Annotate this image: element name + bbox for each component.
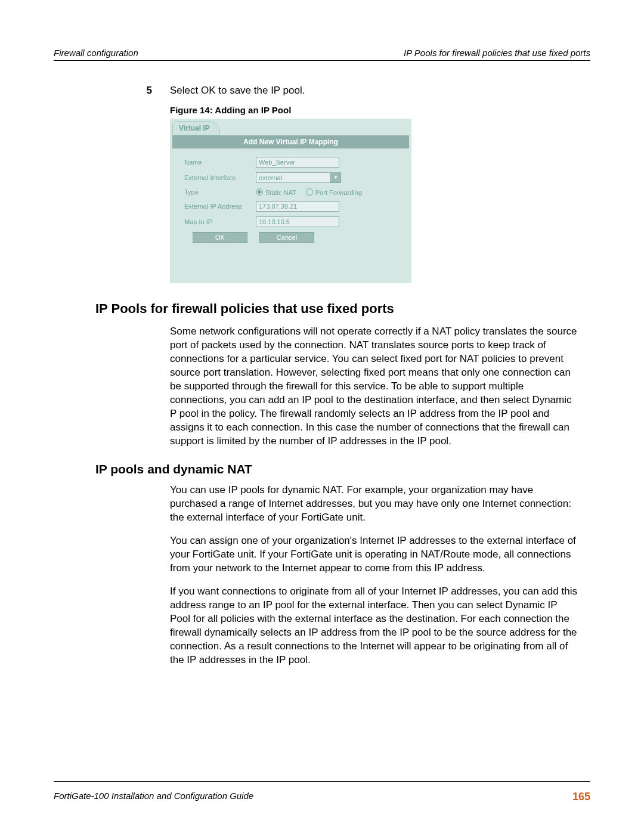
dialog-title: Add New Virtual IP Mapping: [172, 135, 409, 148]
external-interface-select[interactable]: external ▼: [256, 172, 331, 183]
page-footer: FortiGate-100 Installation and Configura…: [54, 791, 590, 803]
para-dyn-2: You can assign one of your organization'…: [170, 534, 578, 575]
footer-rule: [54, 781, 590, 782]
header-right: IP Pools for firewall policies that use …: [404, 48, 590, 58]
radio-port-forwarding[interactable]: [306, 188, 313, 196]
step-number: 5: [143, 85, 152, 97]
footer-left: FortiGate-100 Installation and Configura…: [54, 791, 253, 803]
step-text: Select OK to save the IP pool.: [170, 85, 305, 97]
radio-static-nat[interactable]: [256, 188, 263, 196]
label-type: Type: [184, 188, 256, 196]
ok-button[interactable]: OK: [193, 232, 247, 243]
label-name: Name: [184, 159, 256, 166]
label-external-interface: External Interface: [184, 174, 256, 181]
page-header: Firewall configuration IP Pools for fire…: [54, 48, 590, 58]
tab-virtual-ip[interactable]: Virtual IP: [172, 121, 220, 135]
name-field[interactable]: Web_Server: [256, 157, 339, 168]
header-rule: [54, 60, 590, 61]
radio-static-nat-label: Static NAT: [265, 189, 296, 196]
external-ip-field[interactable]: 173.87.39.21: [256, 201, 339, 212]
map-to-ip-field[interactable]: 10.10.10.5: [256, 216, 339, 227]
heading-fixed-ports: IP Pools for firewall policies that use …: [95, 301, 590, 317]
cancel-button[interactable]: Cancel: [259, 232, 314, 243]
label-external-ip: External IP Address: [184, 203, 256, 210]
figure-screenshot: Virtual IP Add New Virtual IP Mapping Na…: [170, 119, 411, 283]
heading-dynamic-nat: IP pools and dynamic NAT: [95, 462, 590, 476]
chevron-down-icon[interactable]: ▼: [330, 172, 341, 183]
header-left: Firewall configuration: [54, 48, 138, 58]
label-map-to-ip: Map to IP: [184, 218, 256, 225]
para-fixed-ports: Some network configurations will not ope…: [170, 325, 578, 448]
external-interface-value: external: [259, 174, 282, 181]
dialog-form: Name Web_Server External Interface exter…: [170, 148, 411, 247]
para-dyn-3: If you want connections to originate fro…: [170, 585, 578, 667]
page-number: 165: [572, 791, 590, 803]
step-5: 5 Select OK to save the IP pool.: [143, 85, 590, 97]
radio-port-forwarding-label: Port Forwarding: [315, 189, 362, 196]
figure-caption: Figure 14: Adding an IP Pool: [170, 105, 590, 115]
para-dyn-1: You can use IP pools for dynamic NAT. Fo…: [170, 484, 578, 525]
